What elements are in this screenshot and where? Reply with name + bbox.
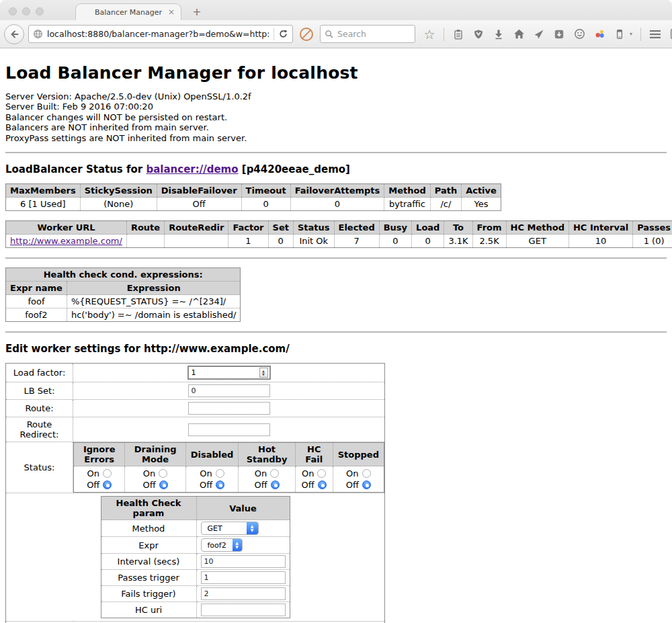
col-ignore-errors: Ignore Errors (74, 443, 125, 466)
col-load: Load (412, 221, 444, 235)
title-bar: Balancer Manager × + (0, 0, 672, 20)
url-text[interactable]: localhost:8880/balancer-manager?b=demo&w… (47, 29, 269, 39)
hot-standby-on-radio[interactable] (270, 469, 279, 478)
url-bar[interactable]: localhost:8880/balancer-manager?b=demo&w… (28, 25, 293, 43)
col-draining-mode: Draining Mode (125, 443, 185, 466)
window-controls[interactable] (9, 7, 44, 15)
reload-icon[interactable] (278, 29, 288, 39)
off-label: Off (143, 479, 156, 491)
fails-input[interactable] (201, 587, 286, 600)
status-cell-disabled: On Off (185, 466, 239, 493)
on-label: On (87, 468, 99, 479)
method-select[interactable]: GET ▲▼ (201, 522, 259, 535)
search-icon (325, 30, 334, 39)
col-route: Route (126, 221, 164, 235)
tab-close-icon[interactable]: × (168, 7, 175, 17)
shield-icon[interactable] (472, 28, 485, 40)
col-hc-fail: HC Fail (295, 443, 333, 466)
menu-icon[interactable] (649, 28, 661, 40)
col-hot-standby: Hot Standby (239, 443, 295, 466)
hcparam-header-row: Health Check param Value (101, 497, 290, 520)
pocket-icon[interactable] (553, 28, 565, 40)
back-button[interactable] (4, 24, 24, 44)
cell-load: 0 (412, 235, 444, 248)
col-path: Path (430, 184, 461, 198)
cell-path: /c/ (430, 198, 461, 211)
expr-select-value: foof2 (202, 539, 233, 551)
ignore-errors-on-radio[interactable] (103, 469, 112, 478)
stopped-on-radio[interactable] (362, 469, 371, 478)
minimize-window-button[interactable] (22, 7, 30, 15)
col-worker-url: Worker URL (6, 221, 127, 235)
hc-fail-on-radio[interactable] (317, 469, 326, 478)
col-stickysession: StickySession (80, 184, 157, 198)
lb-set-input[interactable] (188, 384, 270, 397)
tab-title: Balancer Manager (95, 8, 162, 17)
hc-uri-input[interactable] (201, 604, 286, 616)
toolbar-separator-2 (640, 28, 641, 41)
col-disablefailover: DisableFailover (157, 184, 241, 198)
download-icon[interactable] (493, 28, 505, 40)
server-version-line: Server Version: Apache/2.5.0-dev (Unix) … (5, 91, 667, 101)
persist-note-line: Balancer changes will NOT be persisted o… (5, 112, 667, 122)
passes-input[interactable] (201, 571, 286, 584)
status-cell-ignore-errors: On Off (74, 466, 125, 493)
expr-select[interactable]: foof2 ▲▼ (201, 538, 243, 552)
ignore-errors-off-radio[interactable] (103, 481, 112, 489)
method-select-value: GET (202, 522, 247, 534)
cell-expr-name: foof (6, 295, 67, 308)
form-row-health-params: Health Check param Value Method GET ▲▼ (6, 493, 385, 622)
number-stepper-icon[interactable]: ▲▼ (259, 368, 268, 378)
urlbar-separator (274, 28, 274, 40)
route-input[interactable] (188, 402, 270, 415)
send-icon[interactable] (533, 28, 545, 40)
status-header-row: Ignore Errors Draining Mode Disabled Hot… (74, 443, 384, 466)
cell-failoverattempts: 0 (290, 198, 384, 211)
route-redirect-input[interactable] (188, 423, 270, 436)
search-box[interactable] (320, 25, 415, 43)
home-icon[interactable] (513, 28, 525, 40)
color-dots-extension-icon[interactable] (593, 28, 605, 40)
hc-fail-off-radio[interactable] (318, 481, 327, 489)
divider (5, 152, 667, 153)
col-busy: Busy (379, 221, 411, 235)
cell-expr-name: foof2 (6, 308, 67, 322)
select-stepper-icon: ▲▼ (247, 522, 258, 534)
draining-mode-on-radio[interactable] (159, 469, 167, 478)
plugin-blocked-icon[interactable] (300, 28, 313, 41)
device-icon[interactable] (614, 28, 626, 40)
interval-input[interactable] (201, 555, 286, 568)
fails-label: Fails trigger) (101, 586, 196, 602)
load-factor-input[interactable] (189, 368, 259, 377)
chevron-down-icon[interactable]: ▾ (630, 31, 632, 37)
status-cell-hot-standby: On Off (239, 466, 295, 493)
balancer-demo-link[interactable]: balancer://demo (146, 163, 238, 175)
stopped-off-radio[interactable] (362, 481, 371, 489)
sidebar-grid-icon[interactable] (669, 28, 672, 40)
draining-mode-off-radio[interactable] (159, 481, 168, 489)
form-row-load-factor: Load factor: ▲▼ (6, 364, 385, 382)
off-label: Off (200, 479, 212, 491)
on-label: On (346, 468, 358, 479)
table-header-row: Expr name Expression (6, 282, 241, 295)
disabled-on-radio[interactable] (216, 469, 224, 478)
tab-balancer-manager[interactable]: Balancer Manager × (75, 3, 181, 20)
status-label: Status: (6, 442, 73, 493)
close-window-button[interactable] (9, 7, 17, 15)
hot-standby-off-radio[interactable] (271, 481, 280, 489)
cell-status: Init Ok (293, 235, 334, 248)
proxypass-note-line: ProxyPass settings are NOT inherited fro… (5, 133, 667, 143)
bookmark-star-icon[interactable]: ☆ (423, 28, 435, 40)
new-tab-button[interactable]: + (190, 5, 204, 18)
hcparam-row-interval: Interval (secs) (101, 554, 290, 570)
feedback-smiley-icon[interactable] (573, 28, 585, 40)
worker-url-link[interactable]: http://www.example.com/ (10, 236, 122, 246)
disabled-off-radio[interactable] (216, 481, 224, 489)
cell-routeredir (165, 235, 228, 248)
route-label: Route: (6, 400, 73, 417)
cell-elected: 7 (334, 235, 379, 248)
search-input[interactable] (337, 29, 405, 39)
clipboard-icon[interactable] (452, 28, 464, 40)
zoom-window-button[interactable] (36, 7, 44, 15)
cell-timeout: 0 (241, 198, 290, 211)
